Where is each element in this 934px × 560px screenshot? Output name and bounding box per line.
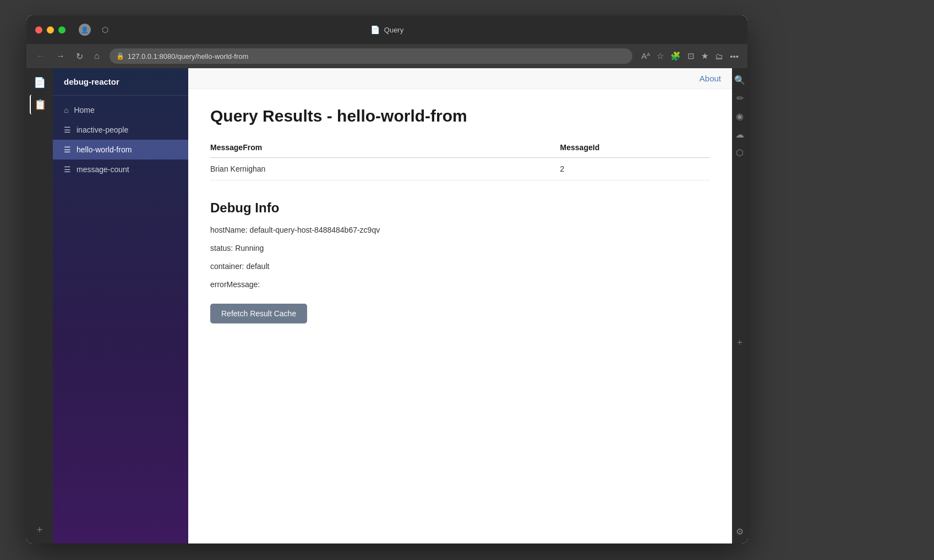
azure-icon[interactable]: ☁ [733,127,746,142]
hostname-label: hostName: [210,226,248,234]
home-button[interactable]: ⌂ [91,49,103,63]
bookmark-button[interactable]: ☆ [654,49,666,63]
tab-favicon: 📄 [370,25,380,34]
address-bar[interactable]: 🔒 127.0.0.1:8080/query/hello-world-from [110,48,633,64]
sidebar-item-home-label: Home [74,106,94,114]
sidebar-item-hello-world-from[interactable]: ☰ hello-world-from [53,140,188,160]
close-button[interactable] [35,26,42,34]
reload-button[interactable]: ↻ [73,49,86,64]
main-content: About Query Results - hello-world-from M… [188,68,732,543]
sidebar-item-message-count-label: message-count [77,165,129,174]
debug-error: errorMessage: [210,279,710,290]
avatar: 👤 [79,24,91,36]
extensions-icon: ⬡ [102,25,108,34]
debug-container: container: default [210,261,710,272]
table-row: Brian Kernighan 2 [210,158,710,180]
traffic-lights [35,26,65,34]
debug-hostname: hostName: default-query-host-8488484b67-… [210,224,710,236]
grid-icon-3: ☰ [64,165,71,174]
column-header-messagefrom: MessageFrom [210,139,560,158]
error-label: errorMessage: [210,280,260,289]
cell-messageid: 2 [560,158,710,180]
collections-button[interactable]: 🗂 [713,50,725,63]
search-right-icon[interactable]: 🔍 [732,73,747,87]
grid-icon-1: ☰ [64,125,71,134]
cell-messagefrom: Brian Kernighan [210,158,560,180]
container-value: default [246,262,269,271]
sidebar-item-home[interactable]: ⌂ Home [53,100,188,120]
app-sidebar: debug-reactor ⌂ Home ☰ inactive-people ☰… [53,68,188,543]
results-table: MessageFrom MessageId Brian Kernighan 2 [210,139,710,180]
hostname-value: default-query-host-8488484b67-zc9qv [250,226,380,234]
edit-right-icon[interactable]: ✏ [734,91,746,106]
sidebar-item-inactive-people[interactable]: ☰ inactive-people [53,120,188,140]
maximize-button[interactable] [58,26,65,34]
content-topbar: About [188,68,732,89]
column-header-messageid: MessageId [560,139,710,158]
sidebar-item-hello-world-from-label: hello-world-from [77,145,132,154]
text-size-button[interactable]: Aᴬ [639,49,652,63]
vscode-right-bar: 🔍 ✏ ◉ ☁ ⬡ ＋ ⚙ [732,68,747,543]
home-icon: ⌂ [64,106,68,114]
nav-bar: ← → ↻ ⌂ 🔒 127.0.0.1:8080/query/hello-wor… [26,44,747,68]
status-label: status: [210,244,233,252]
sidebar-title: debug-reactor [64,77,119,86]
tab-label: Query [384,26,403,34]
copilot-icon[interactable]: ◉ [734,109,746,124]
sidebar-item-inactive-people-label: inactive-people [77,125,128,134]
container-label: container: [210,262,244,271]
add-right-icon[interactable]: ＋ [733,334,746,350]
forward-button[interactable]: → [53,49,68,63]
vscode-activity-bar: 📄 📋 ＋ [26,68,53,543]
sidebar-nav: ⌂ Home ☰ inactive-people ☰ hello-world-f… [53,96,188,543]
about-link[interactable]: About [700,74,721,83]
tab-title: 📄 Query [370,25,403,34]
grid-icon-2: ☰ [64,145,71,154]
settings-icon[interactable]: ⚙ [734,524,746,539]
back-button[interactable]: ← [33,49,48,63]
favorites-button[interactable]: ★ [699,49,711,63]
debug-title: Debug Info [210,200,710,216]
refetch-button[interactable]: Refetch Result Cache [210,304,307,323]
more-button[interactable]: ••• [728,50,741,63]
activity-explorer-icon[interactable]: 📄 [30,73,50,92]
page-title: Query Results - hello-world-from [210,107,710,125]
activity-search-icon[interactable]: 📋 [30,95,50,114]
activity-add-icon[interactable]: ＋ [30,519,50,539]
debug-section: Debug Info hostName: default-query-host-… [210,200,710,323]
nav-actions: Aᴬ ☆ 🧩 ⊡ ★ 🗂 ••• [639,49,741,63]
browser-content: 📄 📋 ＋ debug-reactor ⌂ Home ☰ inactive-pe… [26,68,747,543]
debug-status: status: Running [210,243,710,254]
secure-icon: 🔒 [116,52,124,60]
url-display: 127.0.0.1:8080/query/hello-world-from [128,52,249,61]
status-value: Running [235,244,264,252]
sidebar-item-message-count[interactable]: ☰ message-count [53,160,188,179]
extensions-nav-button[interactable]: 🧩 [668,49,683,63]
minimize-button[interactable] [47,26,54,34]
title-bar: 👤 ⬡ 📄 Query [26,15,747,44]
sidebar-header: debug-reactor [53,68,188,96]
split-view-button[interactable]: ⊡ [685,49,697,63]
content-body: Query Results - hello-world-from Message… [188,89,732,341]
teams-icon[interactable]: ⬡ [734,145,746,160]
